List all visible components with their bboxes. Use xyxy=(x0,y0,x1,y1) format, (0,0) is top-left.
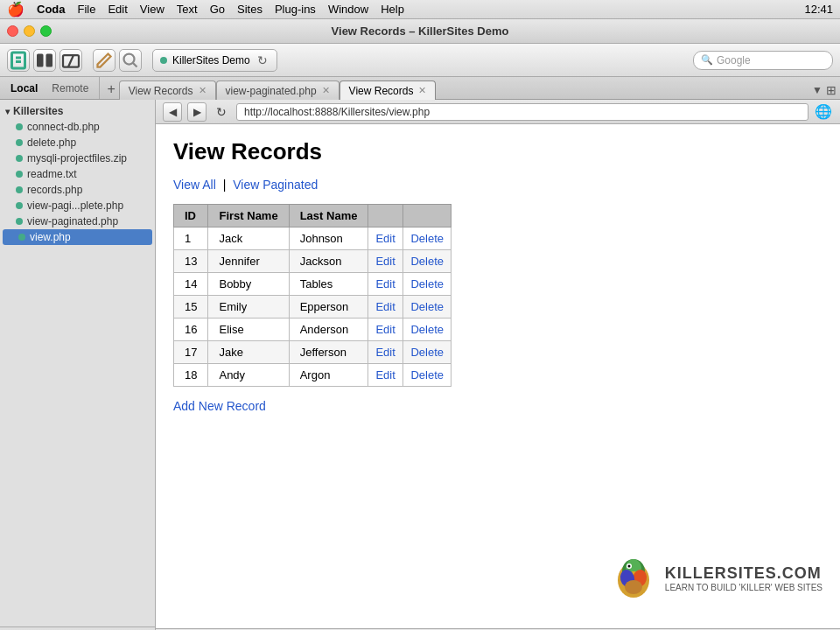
add-new-record-link[interactable]: Add New Record xyxy=(173,399,822,413)
file-delete[interactable]: delete.php xyxy=(0,135,155,150)
file-readme[interactable]: readme.txt xyxy=(0,166,155,182)
menu-view[interactable]: View xyxy=(140,3,164,16)
edit-link[interactable]: Edit xyxy=(375,300,395,313)
minimize-button[interactable] xyxy=(24,25,35,37)
file-status-dot xyxy=(16,139,23,146)
delete-link[interactable]: Delete xyxy=(410,368,444,382)
project-selector[interactable]: KillerSites Demo ↻ xyxy=(152,49,277,72)
file-connect-db[interactable]: connect-db.php xyxy=(0,119,155,135)
tab-close-3[interactable]: ✕ xyxy=(418,85,426,96)
maximize-button[interactable] xyxy=(40,25,52,37)
web-content: View Records View All | View Paginated I… xyxy=(156,124,840,628)
svg-point-4 xyxy=(124,53,135,64)
edit-link[interactable]: Edit xyxy=(375,255,395,268)
col-id: ID xyxy=(174,205,208,228)
cell-edit: Edit xyxy=(368,341,403,364)
tab-expand-button[interactable]: ⊞ xyxy=(826,83,836,97)
delete-link[interactable]: Delete xyxy=(410,255,444,268)
forward-button[interactable]: ▶ xyxy=(187,102,206,122)
tab-add[interactable]: + xyxy=(103,81,118,99)
close-button[interactable] xyxy=(7,25,18,37)
view-paginated-link[interactable]: View Paginated xyxy=(233,178,318,192)
reload-button[interactable]: ↻ xyxy=(212,102,231,122)
cell-first-name: Jennifer xyxy=(208,250,289,273)
preview-button[interactable] xyxy=(60,49,82,72)
url-input[interactable] xyxy=(236,103,808,121)
search-bar[interactable]: 🔍 Google xyxy=(693,51,833,70)
tab-view-records-1[interactable]: View Records ✕ xyxy=(119,80,216,100)
cell-id: 16 xyxy=(174,318,208,341)
file-status-dot xyxy=(16,155,23,162)
cell-last-name: Jackson xyxy=(289,250,368,273)
edit-link[interactable]: Edit xyxy=(375,368,395,382)
menu-sites[interactable]: Sites xyxy=(237,3,262,16)
project-name: KillerSites Demo xyxy=(172,54,250,66)
menu-coda[interactable]: Coda xyxy=(37,3,66,16)
new-file-button[interactable] xyxy=(7,49,30,72)
remote-tab[interactable]: Remote xyxy=(45,80,95,96)
file-view-complete[interactable]: view-pagi...plete.php xyxy=(0,198,155,214)
menu-text[interactable]: Text xyxy=(177,3,198,16)
menu-edit[interactable]: Edit xyxy=(108,3,127,16)
tab-close-1[interactable]: ✕ xyxy=(199,85,206,96)
tab-list-button[interactable]: ▼ xyxy=(812,84,822,96)
magnify-button[interactable] xyxy=(119,49,142,72)
file-status-dot xyxy=(16,186,23,193)
file-records[interactable]: records.php xyxy=(0,182,155,198)
security-icon[interactable]: 🌐 xyxy=(814,102,833,122)
file-view-php[interactable]: view.php xyxy=(3,229,152,245)
menu-window[interactable]: Window xyxy=(328,3,368,16)
apple-menu[interactable]: 🍎 xyxy=(7,1,24,18)
table-row: 13 Jennifer Jackson Edit Delete xyxy=(174,250,452,273)
tab-view-paginated[interactable]: view-paginated.php ✕ xyxy=(216,80,340,100)
pencil-button[interactable] xyxy=(93,49,116,72)
tab-close-2[interactable]: ✕ xyxy=(322,85,330,96)
project-refresh[interactable]: ↻ xyxy=(256,53,270,67)
view-files-button[interactable] xyxy=(33,49,56,72)
cell-edit: Edit xyxy=(368,296,403,318)
table-row: 14 Bobby Tables Edit Delete xyxy=(174,273,452,296)
delete-link[interactable]: Delete xyxy=(410,300,444,313)
tree-section-header[interactable]: ▾ Killersites xyxy=(0,103,155,119)
file-status-dot xyxy=(16,202,23,209)
title-bar: View Records – KillerSites Demo xyxy=(0,19,840,44)
back-button[interactable]: ◀ xyxy=(163,102,182,122)
killersites-text: KILLERSITES.COM LEARN TO BUILD 'KILLER' … xyxy=(665,564,822,592)
menu-file[interactable]: File xyxy=(78,3,96,16)
toolbar: KillerSites Demo ↻ 🔍 Google xyxy=(0,44,840,77)
sidebar-bottom-toolbar: + ⚙ ↕ <> xyxy=(0,626,155,630)
edit-link[interactable]: Edit xyxy=(375,346,395,359)
cell-id: 15 xyxy=(174,296,208,318)
cell-edit: Edit xyxy=(368,228,403,250)
url-bar: ◀ ▶ ↻ 🌐 xyxy=(156,100,840,124)
records-table: ID First Name Last Name 1 Jack Johnson E… xyxy=(173,204,452,387)
file-status-dot xyxy=(16,171,23,178)
main-area: ▾ Killersites connect-db.php delete.php … xyxy=(0,100,840,630)
file-name: readme.txt xyxy=(27,168,77,180)
delete-link[interactable]: Delete xyxy=(410,346,444,359)
file-name: connect-db.php xyxy=(27,121,100,133)
tab-view-records-2[interactable]: View Records ✕ xyxy=(340,80,437,100)
edit-link[interactable]: Edit xyxy=(375,323,395,336)
delete-link[interactable]: Delete xyxy=(410,277,444,290)
edit-link[interactable]: Edit xyxy=(375,232,395,245)
col-edit-header xyxy=(368,205,403,228)
delete-link[interactable]: Delete xyxy=(410,323,444,336)
file-mysqli-zip[interactable]: mysqli-projectfiles.zip xyxy=(0,150,155,166)
cell-id: 14 xyxy=(174,273,208,296)
delete-link[interactable]: Delete xyxy=(410,232,444,245)
svg-rect-1 xyxy=(37,53,44,66)
menu-go[interactable]: Go xyxy=(210,3,225,16)
file-tree: ▾ Killersites connect-db.php delete.php … xyxy=(0,100,155,626)
view-all-link[interactable]: View All xyxy=(173,178,216,192)
window-title: View Records – KillerSites Demo xyxy=(332,24,509,38)
menu-help[interactable]: Help xyxy=(381,3,404,16)
local-tab[interactable]: Local xyxy=(4,80,45,96)
cell-edit: Edit xyxy=(368,318,403,341)
sidebar: ▾ Killersites connect-db.php delete.php … xyxy=(0,100,156,630)
svg-point-9 xyxy=(627,565,630,568)
edit-link[interactable]: Edit xyxy=(375,277,395,290)
col-last-name: Last Name xyxy=(289,205,368,228)
file-view-paginated[interactable]: view-paginated.php xyxy=(0,214,155,229)
menu-plugins[interactable]: Plug-ins xyxy=(275,3,316,16)
